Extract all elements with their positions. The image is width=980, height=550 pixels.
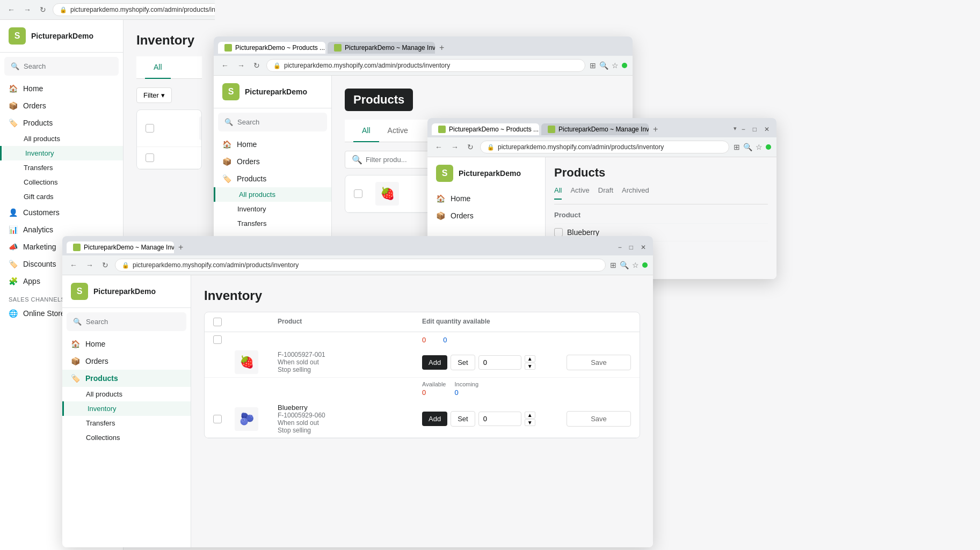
forward-button-2[interactable]: → [235,60,247,71]
address-bar-3[interactable]: 🔒 pictureparkdemo.myshopify.com/admin/pr… [480,141,729,153]
sidebar-item-products-2[interactable]: 🏷️ Products [214,170,331,187]
address-bar-4[interactable]: 🔒 pictureparkdemo.myshopify.com/admin/pr… [115,259,606,272]
add-btn-4-2[interactable]: Add [422,412,447,426]
set-btn-4-2[interactable]: Set [451,411,475,427]
sidebar-sub-inventory-2[interactable]: Inventory [214,202,331,216]
qty-input-4-1[interactable] [478,355,521,370]
sidebar-item-home-4[interactable]: 🏠 Home [62,335,191,353]
star-icon-3[interactable]: ☆ [756,143,763,151]
sidebar-sub-inventory-4[interactable]: Inventory [62,401,191,416]
win-close-3[interactable]: ✕ [761,125,772,134]
star-icon-4[interactable]: ☆ [632,261,639,269]
search-bar-1[interactable]: 🔍 Search [4,57,119,76]
checkbox-4-2[interactable] [213,415,222,423]
add-btn-4-1[interactable]: Add [422,355,447,370]
zoom-icon-2[interactable]: 🔍 [599,61,608,70]
tab-2-2[interactable]: PictureparkDemo ~ Manage Inv... ✕ [328,42,435,54]
profile-icon-2[interactable] [622,63,627,68]
zoom-icon-3[interactable]: 🔍 [743,143,752,151]
set-btn-4-1[interactable]: Set [451,355,475,370]
tab-label-4-1: PictureparkDemo ~ Manage Inv... [84,244,174,251]
sidebar-sub-allproducts-2[interactable]: All products [214,187,331,202]
qty-down-4-1[interactable]: ▼ [525,363,535,370]
tab-active-2[interactable]: Active [379,120,417,142]
win-maximize-3[interactable]: □ [750,125,759,134]
tab-draft-3[interactable]: Draft [598,186,613,200]
win-minimize-3[interactable]: − [739,125,748,134]
sidebar-sub-giftcards-1[interactable]: Gift cards [0,189,123,204]
sidebar-sub-transfers-1[interactable]: Transfers [0,160,123,175]
address-bar-2[interactable]: 🔒 pictureparkdemo.myshopify.com/admin/pr… [266,59,585,72]
sidebar-sub-transfers-2[interactable]: Transfers [214,216,331,231]
tab-all-2[interactable]: All [353,120,379,142]
sidebar-sub-allproducts-1[interactable]: All products [0,131,123,146]
sidebar-sub-collections-1[interactable]: Collections [0,175,123,189]
save-btn-4-1[interactable]: Save [567,355,631,370]
qty-input-4-2[interactable] [478,412,521,426]
star-icon-2[interactable]: ☆ [612,61,619,70]
reload-button-4[interactable]: ↻ [100,260,111,270]
tab-archived-3[interactable]: Archived [622,186,649,200]
sidebar-item-orders-4[interactable]: 📦 Orders [62,353,191,370]
win-minimize-4[interactable]: − [615,243,625,252]
sidebar-item-home-2[interactable]: 🏠 Home [214,136,331,153]
sidebar-item-orders-1[interactable]: 📦 Orders [0,97,123,114]
back-button-2[interactable]: ← [219,60,231,71]
sidebar-item-products-1[interactable]: 🏷️ Products [0,114,123,131]
checkbox-p-2-1[interactable] [354,189,362,198]
back-button-3[interactable]: ← [433,142,445,152]
search-bar-4[interactable]: 🔍 Search [67,312,186,331]
tab-all-1[interactable]: All [145,56,171,79]
forward-button-4[interactable]: → [84,260,96,270]
sidebar-item-customers-1[interactable]: 👤 Customers [0,204,123,221]
forward-button-1[interactable]: → [21,4,33,15]
sidebar-item-orders-2[interactable]: 📦 Orders [214,153,331,170]
reload-button-2[interactable]: ↻ [251,60,262,71]
checkbox-4-1[interactable] [213,335,222,344]
sidebar-item-home-1[interactable]: 🏠 Home [0,80,123,97]
sidebar-item-home-3[interactable]: 🏠 Home [427,190,545,207]
grid-icon-3[interactable]: ⊞ [734,143,740,151]
sidebar-sub-transfers-4[interactable]: Transfers [62,416,191,430]
grid-icon-4[interactable]: ⊞ [610,261,616,269]
sidebar-item-products-4[interactable]: 🏷️ Products [62,370,191,387]
qty-up-4-1[interactable]: ▲ [525,355,535,362]
win-maximize-4[interactable]: □ [627,243,636,252]
qty-down-4-2[interactable]: ▼ [525,419,535,426]
save-btn-4-2[interactable]: Save [567,411,631,427]
tab-4-1[interactable]: PictureparkDemo ~ Manage Inv... ✕ [67,241,174,253]
sidebar-sub-collections-4[interactable]: Collections [62,430,191,445]
reload-button-3[interactable]: ↻ [465,142,476,152]
forward-button-3[interactable]: → [449,142,461,152]
profile-icon-4[interactable] [642,262,648,268]
zoom-icon-4[interactable]: 🔍 [620,261,629,269]
qty-col-header-4: Edit quantity available [422,318,567,326]
filter-button-1[interactable]: Filter ▾ [136,87,172,103]
address-bar-1[interactable]: 🔒 pictureparkdemo.myshopify.com/admin/pr… [53,3,215,16]
add-tab-3[interactable]: + [651,124,660,134]
back-button-1[interactable]: ← [5,4,17,15]
profile-icon-3[interactable] [766,144,771,150]
checkbox-p-3-1[interactable] [554,228,563,237]
sidebar-sub-inventory-1[interactable]: Inventory [0,146,123,160]
qty-up-4-2[interactable]: ▲ [525,412,535,419]
tab-3-1[interactable]: PictureparkDemo ~ Products ... ✕ [432,123,539,135]
checkbox-1-1[interactable] [146,124,154,133]
tab-2-1[interactable]: PictureparkDemo ~ Products ... ✕ [218,42,325,54]
checkbox-1-2[interactable] [146,153,154,162]
select-all-checkbox-4[interactable] [213,318,222,326]
sidebar-sub-allproducts-4[interactable]: All products [62,387,191,401]
back-button-4[interactable]: ← [68,260,79,270]
tab-active-3[interactable]: Active [570,186,589,200]
sidebar-item-orders-3[interactable]: 📦 Orders [427,207,545,224]
win-close-4[interactable]: ✕ [638,243,649,252]
browser-toolbar-1: ← → ↻ 🔒 pictureparkdemo.myshopify.com/ad… [0,0,215,20]
tab-3-2[interactable]: PictureparkDemo ~ Manage Inv... ✕ [541,123,649,135]
tab-all-3[interactable]: All [554,186,562,200]
add-tab-2[interactable]: + [437,43,446,53]
add-tab-4[interactable]: + [176,243,185,252]
search-bar-2[interactable]: 🔍 Search [218,113,327,131]
grid-icon-2[interactable]: ⊞ [590,61,596,70]
inv-row-4-1-main: 🍓 F-10005927-001 When sold out Stop sell… [205,347,640,378]
reload-button-1[interactable]: ↻ [38,4,48,15]
